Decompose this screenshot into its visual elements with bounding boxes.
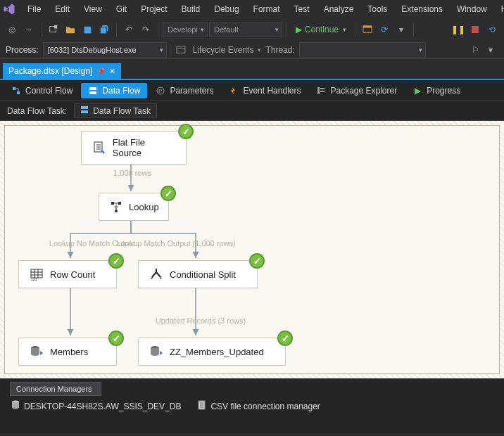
stackframe-icon[interactable]: ⚐ — [467, 42, 483, 58]
svg-rect-15 — [81, 106, 88, 109]
db-dest-icon — [29, 344, 44, 359]
svg-point-20 — [115, 210, 118, 212]
node-lookup[interactable]: Lookup ✓ — [99, 193, 169, 221]
node-members-label: Members — [50, 347, 88, 357]
tab-progress[interactable]: ▶ Progress — [405, 83, 467, 98]
menu-help[interactable]: H — [495, 1, 504, 17]
svg-rect-6 — [13, 87, 15, 90]
tab-parameters-label: Parameters — [170, 86, 213, 96]
tab-parameters[interactable]: P Parameters — [149, 83, 220, 98]
event-handlers-icon — [229, 86, 239, 96]
save-icon[interactable] — [80, 22, 95, 37]
lookup-icon — [109, 199, 123, 214]
node-flat-file-source[interactable]: Flat File Source ✓ — [81, 131, 187, 165]
document-tab-package[interactable]: Package.dtsx [Design] 📌 ✕ — [3, 63, 121, 79]
control-flow-icon — [11, 86, 21, 96]
save-all-icon[interactable] — [96, 22, 112, 37]
conditional-split-icon — [149, 267, 164, 282]
connection-managers-header[interactable]: Connection Managers — [10, 382, 101, 396]
refresh-icon[interactable]: ⟳ — [377, 22, 392, 37]
continue-button[interactable]: ▶ Continue ▾ — [291, 22, 351, 37]
svg-rect-9 — [89, 91, 96, 94]
open-folder-icon[interactable] — [63, 22, 78, 37]
process-combo[interactable]: [6032] DtsDebugHost.exe — [43, 42, 167, 58]
menu-file[interactable]: File — [21, 1, 47, 17]
thread-combo[interactable] — [299, 42, 426, 58]
dft-label: Data Flow Task: — [7, 106, 67, 116]
undo-icon[interactable]: ↶ — [121, 22, 137, 37]
stop-icon — [472, 26, 479, 33]
dft-combo-value: Data Flow Task — [93, 106, 151, 116]
dft-combo[interactable]: Data Flow Task — [74, 103, 157, 118]
restart-icon[interactable]: ⟲ — [484, 22, 500, 37]
svg-rect-1 — [54, 25, 57, 28]
tab-package-explorer-label: Package Explorer — [330, 86, 397, 96]
node-zz-members-updated[interactable]: ZZ_Members_Updated ✓ — [138, 338, 286, 366]
node-members[interactable]: Members ✓ — [18, 338, 117, 366]
node-conditional-split-label: Conditional Split — [170, 269, 236, 280]
menu-format[interactable]: Format — [247, 1, 286, 17]
node-flat-file-label: Flat File Source — [113, 137, 176, 158]
node-conditional-split[interactable]: Conditional Split ✓ — [138, 260, 258, 288]
nav-back-icon[interactable]: ◎ — [4, 22, 20, 37]
svg-rect-3 — [363, 26, 372, 28]
menu-project[interactable]: Project — [134, 1, 173, 17]
menu-tools[interactable]: Tools — [361, 1, 393, 17]
progress-play-icon: ▶ — [412, 86, 422, 96]
file-connection-icon — [198, 400, 206, 412]
edge-label-updated: Updated Records (3 rows) — [148, 316, 253, 325]
data-flow-canvas[interactable]: 1,000 rows Lookup No Match Output Lookup… — [0, 121, 504, 378]
tab-control-flow[interactable]: Control Flow — [4, 83, 80, 98]
edge-label-rows: 1,000 rows — [111, 169, 153, 177]
success-badge-icon: ✓ — [249, 253, 265, 269]
standard-toolbar: ◎ → ↶ ↷ Developi Default ▶ Continue ▾ ⟳ … — [0, 18, 504, 41]
menu-analyze[interactable]: Analyze — [317, 1, 360, 17]
new-project-icon[interactable] — [46, 22, 61, 37]
parameters-icon: P — [156, 86, 165, 96]
node-lookup-label: Lookup — [129, 202, 159, 212]
solution-config-combo[interactable]: Developi — [163, 22, 208, 37]
tab-progress-label: Progress — [427, 86, 460, 96]
menu-extensions[interactable]: Extensions — [395, 1, 449, 17]
pause-icon[interactable]: ❚❚ — [451, 22, 466, 37]
vs-logo-icon — [3, 2, 15, 16]
redo-icon[interactable]: ↷ — [138, 22, 153, 37]
nav-fwd-icon[interactable]: → — [21, 22, 37, 37]
dropdown-icon[interactable]: ▾ — [393, 22, 409, 37]
ssis-designer-tabs: Control Flow Data Flow P Parameters Even… — [0, 80, 504, 101]
tab-event-handlers[interactable]: Event Handlers — [222, 83, 308, 98]
menu-edit[interactable]: Edit — [49, 1, 76, 17]
solution-platform-combo[interactable]: Default — [209, 22, 282, 37]
menu-git[interactable]: Git — [110, 1, 133, 17]
stop-button[interactable] — [467, 22, 483, 37]
svg-rect-16 — [81, 110, 88, 113]
connection-csv[interactable]: CSV file connection manager — [198, 400, 320, 412]
success-badge-icon: ✓ — [178, 124, 194, 139]
toolbar-overflow-icon[interactable]: ▾ — [483, 42, 498, 58]
connection-db[interactable]: DESKTOP-44SH82S.AW_SSIS_DEV_DB — [11, 400, 181, 412]
success-badge-icon: ✓ — [108, 331, 124, 346]
tab-data-flow[interactable]: Data Flow — [81, 83, 147, 98]
lifecycle-label: Lifecycle Events — [189, 45, 258, 55]
browser-link-icon[interactable] — [360, 22, 375, 37]
lifecycle-events-icon[interactable] — [173, 42, 189, 58]
thread-label: Thread: — [261, 45, 298, 55]
menu-test[interactable]: Test — [288, 1, 316, 17]
success-badge-icon: ✓ — [160, 186, 176, 201]
node-row-count[interactable]: 123 Row Count ✓ — [18, 260, 117, 288]
svg-rect-4 — [177, 46, 185, 52]
connection-managers-panel: Connection Managers DESKTOP-44SH82S.AW_S… — [0, 378, 504, 433]
menu-debug[interactable]: Debug — [208, 1, 245, 17]
svg-rect-13 — [320, 88, 325, 89]
menu-build[interactable]: Build — [175, 1, 207, 17]
svg-text:P: P — [158, 88, 162, 94]
tab-control-flow-label: Control Flow — [25, 86, 73, 96]
data-flow-icon — [88, 86, 98, 96]
pin-icon[interactable]: 📌 — [96, 68, 105, 75]
menu-window[interactable]: Window — [451, 1, 493, 17]
close-icon[interactable]: ✕ — [109, 67, 115, 76]
svg-rect-19 — [118, 202, 121, 205]
tab-package-explorer[interactable]: Package Explorer — [309, 83, 404, 98]
menu-view[interactable]: View — [77, 1, 108, 17]
db-dest-icon — [149, 344, 164, 359]
